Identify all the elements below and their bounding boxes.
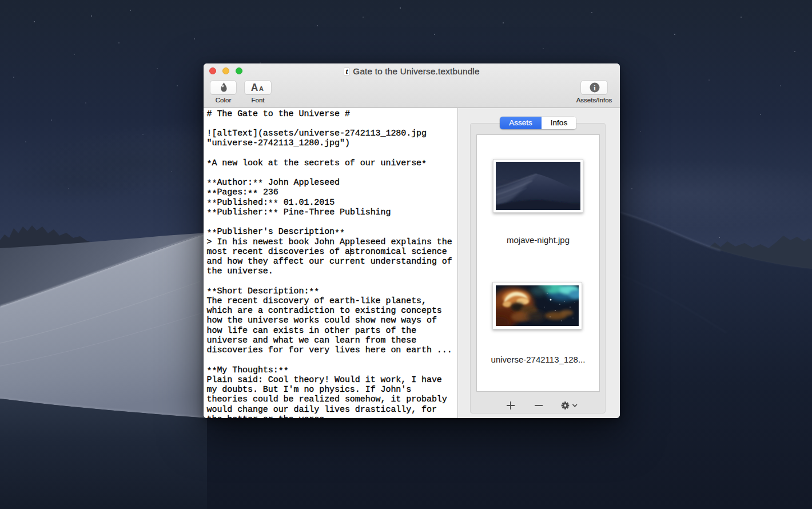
svg-text:A: A [251, 82, 258, 93]
svg-text:i: i [594, 83, 596, 92]
svg-text:t: t [346, 67, 348, 75]
svg-text:A: A [259, 85, 264, 92]
